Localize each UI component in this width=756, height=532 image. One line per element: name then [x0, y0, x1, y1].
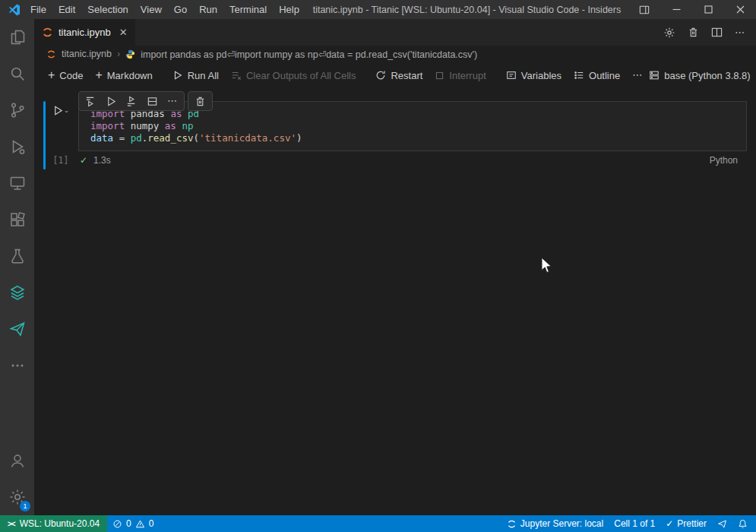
- remote-explorer-icon[interactable]: [0, 165, 34, 201]
- plus-icon: +: [95, 71, 102, 80]
- kernel-icon: [649, 70, 660, 81]
- cell-duration: 1.3s: [93, 155, 111, 166]
- chevron-right-icon: ›: [117, 49, 120, 59]
- tab-bar: titanic.ipynb ✕ ⋯: [34, 19, 756, 46]
- settings-badge: 1: [20, 501, 30, 511]
- testing-beaker-icon[interactable]: [0, 238, 34, 274]
- feedback-icon[interactable]: [712, 515, 732, 532]
- clear-outputs-button[interactable]: Clear Outputs of All Cells: [225, 67, 362, 84]
- notebook-toolbar: + Code + Markdown Run All Clear Outputs …: [34, 62, 756, 88]
- account-icon[interactable]: [0, 442, 34, 479]
- tab-label: titanic.ipynb: [59, 27, 111, 38]
- remote-icon: ><: [8, 520, 15, 528]
- kernel-picker[interactable]: base (Python 3.8.8): [649, 70, 750, 81]
- menu-edit[interactable]: Edit: [52, 0, 81, 19]
- run-debug-icon[interactable]: [0, 128, 34, 165]
- breadcrumb-cell-preview[interactable]: import pandas as pd⏎import numpy as np⏎d…: [141, 49, 477, 60]
- menu-go[interactable]: Go: [168, 0, 193, 19]
- warning-icon: [135, 519, 145, 529]
- editor-area: titanic.ipynb ✕ ⋯ titanic.ipynb ›: [34, 19, 756, 515]
- source-control-icon[interactable]: [0, 92, 34, 128]
- settings-gear-icon[interactable]: 1: [0, 479, 34, 515]
- jupyter-icon: [42, 27, 53, 38]
- run-all-button[interactable]: Run All: [166, 67, 225, 84]
- formatter-status[interactable]: ✓ Prettier: [660, 515, 712, 532]
- chevron-down-icon[interactable]: ⌄: [64, 106, 70, 114]
- split-editor-icon[interactable]: [711, 27, 723, 38]
- tab-titanic-ipynb[interactable]: titanic.ipynb ✕: [34, 19, 135, 46]
- cell-position-indicator[interactable]: Cell 1 of 1: [609, 515, 660, 532]
- execute-above-icon[interactable]: [85, 96, 96, 107]
- more-actions-icon[interactable]: [0, 347, 34, 384]
- restart-button[interactable]: Restart: [369, 67, 429, 84]
- layers-icon[interactable]: [0, 274, 34, 311]
- cell-toolbar: ⋯: [78, 91, 213, 111]
- title-bar: File Edit Selection View Go Run Terminal…: [0, 0, 756, 19]
- plus-icon: +: [48, 71, 55, 80]
- vscode-window: File Edit Selection View Go Run Terminal…: [0, 0, 756, 532]
- variables-button[interactable]: Variables: [500, 67, 568, 84]
- editor-more-actions-icon[interactable]: ⋯: [735, 30, 745, 36]
- cell-language-picker[interactable]: Python: [710, 155, 747, 166]
- problems-indicator[interactable]: 0 0: [107, 515, 159, 532]
- menu-run[interactable]: Run: [193, 0, 223, 19]
- cell-selection-bar: [43, 101, 46, 169]
- check-icon: ✓: [666, 518, 673, 529]
- layout-toggle-icon[interactable]: [628, 0, 660, 19]
- jupyter-icon: [46, 49, 56, 59]
- execute-below-icon[interactable]: [126, 96, 138, 107]
- status-bar: >< WSL: Ubuntu-20.04 0 0 Jupyter Server:…: [0, 515, 756, 532]
- run-cell-button[interactable]: ⌄: [52, 105, 70, 151]
- send-icon[interactable]: [0, 311, 34, 347]
- breadcrumb-file[interactable]: titanic.ipynb: [62, 49, 112, 59]
- cell-status-row: ✓ 1.3s Python: [78, 151, 747, 169]
- stop-icon: [435, 71, 444, 81]
- python-symbol-icon: [125, 49, 135, 59]
- close-button[interactable]: [724, 0, 756, 19]
- toolbar-more-actions-icon[interactable]: ⋯: [626, 69, 649, 81]
- cell-more-actions-icon[interactable]: ⋯: [167, 98, 178, 104]
- jupyter-server-status[interactable]: Jupyter Server: local: [501, 515, 609, 532]
- play-icon: [52, 105, 64, 116]
- window-title: titanic.ipynb - Titanic [WSL: Ubuntu-20.…: [305, 5, 628, 15]
- menu-selection[interactable]: Selection: [81, 0, 134, 19]
- restart-icon: [375, 70, 386, 81]
- add-code-cell-button[interactable]: + Code: [42, 67, 89, 84]
- cell-gutter: ⌄: [43, 101, 78, 151]
- outline-icon: [574, 70, 584, 81]
- interrupt-button[interactable]: Interrupt: [429, 67, 492, 84]
- tab-close-icon[interactable]: ✕: [119, 27, 128, 38]
- menu-terminal[interactable]: Terminal: [223, 0, 273, 19]
- notebook-settings-gear-icon[interactable]: [663, 27, 675, 39]
- add-markdown-cell-button[interactable]: + Markdown: [89, 67, 158, 84]
- remote-indicator[interactable]: >< WSL: Ubuntu-20.04: [0, 515, 107, 532]
- notifications-bell-icon[interactable]: [732, 515, 753, 532]
- error-icon: [112, 519, 122, 529]
- split-cell-icon[interactable]: [147, 96, 158, 107]
- outline-button[interactable]: Outline: [568, 67, 626, 84]
- activity-bar: 1: [0, 19, 34, 515]
- extensions-icon[interactable]: [0, 201, 34, 238]
- breadcrumb: titanic.ipynb › import pandas as pd⏎impo…: [34, 46, 756, 62]
- clear-all-icon: [231, 70, 242, 81]
- execute-cell-icon[interactable]: [106, 96, 117, 107]
- explorer-icon[interactable]: [0, 19, 34, 55]
- variables-icon: [506, 70, 517, 81]
- delete-cell-icon[interactable]: [195, 96, 206, 107]
- menu-file[interactable]: File: [24, 0, 52, 19]
- search-icon[interactable]: [0, 55, 34, 92]
- play-icon: [172, 70, 183, 81]
- menu-help[interactable]: Help: [273, 0, 305, 19]
- vscode-logo-icon: [5, 4, 24, 16]
- notebook-body: ⋯ ⌄ import pandas as pdimport numpy as n…: [34, 88, 756, 515]
- execution-count: [1]: [43, 151, 78, 169]
- clear-outputs-icon[interactable]: [688, 27, 699, 38]
- menu-view[interactable]: View: [134, 0, 168, 19]
- minimize-button[interactable]: [660, 0, 692, 19]
- maximize-button[interactable]: [692, 0, 724, 19]
- jupyter-server-icon: [507, 519, 517, 529]
- success-check-icon: ✓: [80, 155, 87, 166]
- notebook-cell: ⋯ ⌄ import pandas as pdimport numpy as n…: [43, 101, 747, 169]
